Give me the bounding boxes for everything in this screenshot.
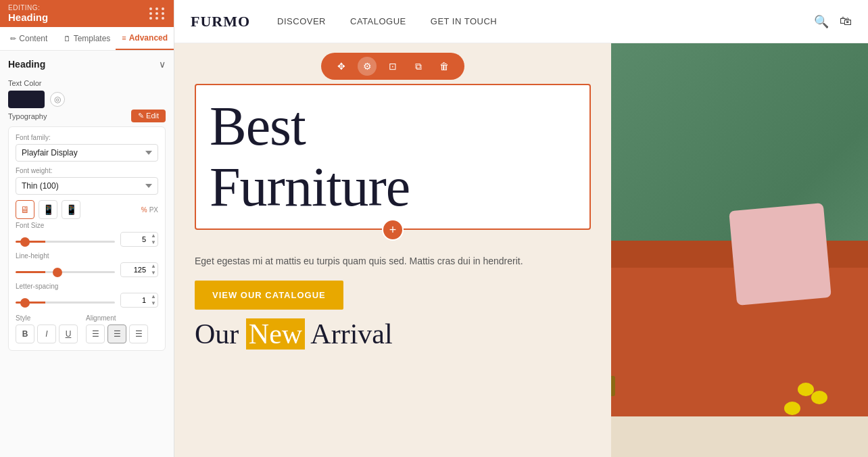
nav-icons: 🔍 🛍 xyxy=(814,14,852,29)
letter-spacing-spinner: ▲ ▼ xyxy=(149,293,158,307)
line-height-row: ▲ ▼ xyxy=(16,262,158,277)
line-height-slider-wrap xyxy=(16,264,115,276)
line-height-value: ▲ ▼ xyxy=(120,262,158,277)
typography-row: Typography ✎ Edit xyxy=(8,110,166,122)
logo[interactable]: FURMO xyxy=(191,13,250,30)
cta-button[interactable]: VIEW OUR CATALOGUE xyxy=(195,281,343,310)
layout-icon[interactable]: ⊡ xyxy=(383,57,402,76)
template-icon: 🗒 xyxy=(64,34,71,43)
move-icon[interactable]: ✥ xyxy=(332,57,351,76)
font-size-spinner: ▲ ▼ xyxy=(149,233,158,246)
desktop-icon[interactable]: 🖥 xyxy=(16,200,34,219)
heading-section-header: Heading ∨ xyxy=(8,59,166,70)
percent-unit[interactable]: % xyxy=(141,206,147,214)
font-size-up[interactable]: ▲ xyxy=(149,233,158,239)
duplicate-icon[interactable]: ⧉ xyxy=(409,57,428,76)
font-family-label: Font family: xyxy=(16,134,158,141)
font-size-down[interactable]: ▼ xyxy=(149,239,158,246)
search-icon[interactable]: 🔍 xyxy=(814,14,829,29)
add-element-button[interactable]: + xyxy=(382,219,404,241)
sofa-cushion xyxy=(729,203,831,306)
editing-label: EDITING: xyxy=(8,4,48,11)
section-title: Heading xyxy=(8,59,45,70)
color-row: ◎ xyxy=(8,91,166,108)
letter-spacing-value: ▲ ▼ xyxy=(120,293,158,308)
mobile-icon[interactable]: 📱 xyxy=(62,200,80,219)
tab-advanced[interactable]: ≡ Advanced xyxy=(116,27,174,50)
px-unit[interactable]: PX xyxy=(149,206,158,214)
font-family-select[interactable]: Playfair Display xyxy=(16,144,158,162)
tab-templates[interactable]: 🗒 Templates xyxy=(58,27,116,50)
sofa-background xyxy=(611,43,868,457)
style-section: Style B I U xyxy=(16,314,78,343)
letter-spacing-slider[interactable] xyxy=(16,302,115,304)
tab-content[interactable]: ✏ Content xyxy=(0,27,58,50)
align-section: Alignment ☰ ☰ ☰ xyxy=(86,314,148,343)
font-size-slider[interactable] xyxy=(16,241,115,243)
line-height-input[interactable] xyxy=(121,264,149,276)
align-label: Alignment xyxy=(86,314,148,322)
font-size-value: ▲ ▼ xyxy=(120,232,158,247)
unit-selector: % PX xyxy=(141,206,158,214)
text-color-label: Text Color xyxy=(8,79,166,87)
style-buttons: B I U xyxy=(16,324,78,343)
panel-tabs: ✏ Content 🗒 Templates ≡ Advanced xyxy=(0,27,174,51)
nav-get-in-touch[interactable]: GET IN TOUCH xyxy=(431,16,497,26)
typography-label: Typography xyxy=(8,112,47,120)
content-area: FURMO DISCOVER CATALOGUE GET IN TOUCH 🔍 … xyxy=(174,0,868,457)
color-picker-icon[interactable]: ◎ xyxy=(50,92,65,107)
line-height-slider[interactable] xyxy=(16,271,115,273)
typography-subsection: Font family: Playfair Display Font weigh… xyxy=(8,126,166,351)
letter-spacing-slider-wrap xyxy=(16,294,115,306)
element-toolbar: ✥ ⚙ ⊡ ⧉ 🗑 xyxy=(195,53,591,80)
font-size-input[interactable] xyxy=(121,233,149,245)
hero-left: ✥ ⚙ ⊡ ⧉ 🗑 Best Furniture + Eget egestas … xyxy=(174,43,611,457)
editing-title: Heading xyxy=(8,11,48,23)
bold-button[interactable]: B xyxy=(16,324,34,343)
letter-spacing-row: ▲ ▼ xyxy=(16,293,158,308)
settings-icon[interactable]: ⚙ xyxy=(358,57,377,76)
page-content: ✥ ⚙ ⊡ ⧉ 🗑 Best Furniture + Eget egestas … xyxy=(174,43,868,457)
font-weight-select[interactable]: Thin (100) xyxy=(16,177,158,195)
color-swatch[interactable] xyxy=(8,91,45,108)
bottom-heading: Our New Arrival xyxy=(195,318,591,350)
panel-body: Heading ∨ Text Color ◎ Typography ✎ Edit… xyxy=(0,51,174,457)
nav-discover[interactable]: DISCOVER xyxy=(277,16,326,26)
toolbar-background: ✥ ⚙ ⊡ ⧉ 🗑 xyxy=(321,53,464,80)
navbar: FURMO DISCOVER CATALOGUE GET IN TOUCH 🔍 … xyxy=(174,0,868,43)
nav-links: DISCOVER CATALOGUE GET IN TOUCH xyxy=(277,16,814,26)
advanced-icon: ≡ xyxy=(122,34,126,42)
nav-catalogue[interactable]: CATALOGUE xyxy=(350,16,406,26)
highlight-text: New xyxy=(246,318,305,350)
delete-icon[interactable]: 🗑 xyxy=(435,57,454,76)
font-weight-label: Font weight: xyxy=(16,167,158,174)
font-size-slider-wrap xyxy=(16,233,115,245)
pencil-icon: ✏ xyxy=(10,34,16,43)
italic-button[interactable]: I xyxy=(37,324,56,343)
cart-icon[interactable]: 🛍 xyxy=(840,14,852,28)
letter-spacing-input[interactable] xyxy=(121,294,149,306)
lemon-2 xyxy=(811,391,827,404)
line-height-down[interactable]: ▼ xyxy=(149,270,158,276)
align-center-button[interactable]: ☰ xyxy=(107,324,126,343)
line-height-up[interactable]: ▲ xyxy=(149,263,158,270)
style-label: Style xyxy=(16,314,78,322)
letter-spacing-label: Letter-spacing xyxy=(16,283,158,290)
align-left-button[interactable]: ☰ xyxy=(86,324,105,343)
line-height-label: Line-height xyxy=(16,252,158,260)
letter-spacing-up[interactable]: ▲ xyxy=(149,293,158,300)
collapse-chevron-icon[interactable]: ∨ xyxy=(159,59,166,70)
underline-button[interactable]: U xyxy=(59,324,78,343)
align-buttons: ☰ ☰ ☰ xyxy=(86,324,148,343)
font-size-label: Font Size xyxy=(16,222,158,229)
heading-element[interactable]: Best Furniture + xyxy=(195,84,591,230)
lemon-3 xyxy=(784,402,800,415)
edit-typography-button[interactable]: ✎ Edit xyxy=(131,110,166,122)
tablet-icon[interactable]: 📱 xyxy=(39,200,57,219)
editing-bar: EDITING: Heading xyxy=(0,0,174,27)
font-size-row: ▲ ▼ xyxy=(16,232,158,247)
grid-dots-icon[interactable] xyxy=(149,7,166,20)
letter-spacing-down[interactable]: ▼ xyxy=(149,300,158,307)
align-right-button[interactable]: ☰ xyxy=(129,324,148,343)
heading-text: Best Furniture xyxy=(210,96,576,218)
